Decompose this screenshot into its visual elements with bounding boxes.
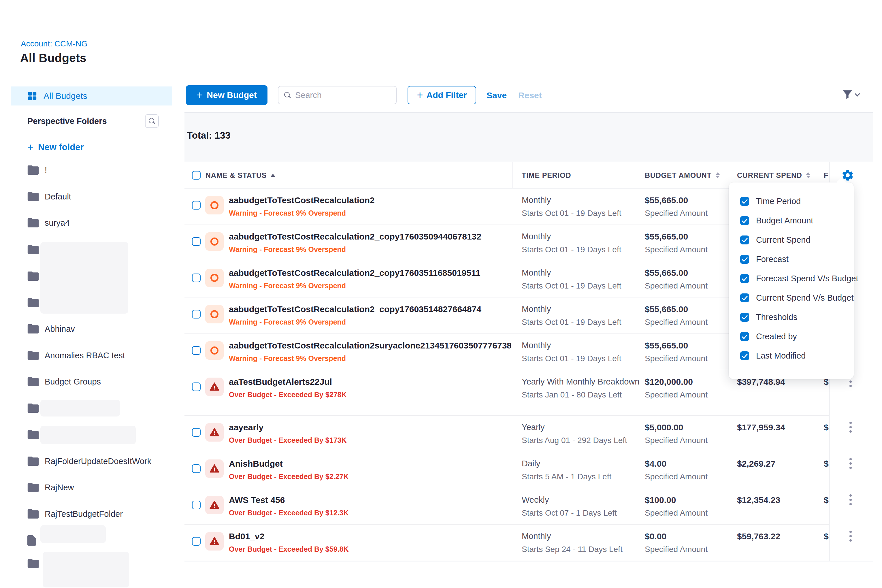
row-checkbox[interactable] [192, 464, 201, 473]
folder-label: Budget Groups [45, 377, 101, 387]
filter-menu-button[interactable] [841, 88, 859, 102]
checked-checkbox[interactable] [740, 332, 749, 341]
col-header-budget-amount[interactable]: BUDGET AMOUNT [645, 162, 720, 189]
col-header-time-period: TIME PERIOD [522, 162, 571, 189]
menu-item-current-vs-budget[interactable]: Current Spend V/s Budget [740, 292, 854, 303]
page-title: All Budgets [20, 51, 87, 65]
row-checkbox[interactable] [192, 310, 201, 318]
folder-icon [27, 404, 39, 413]
total-count: Total: 133 [187, 130, 231, 141]
row-menu-kebab[interactable] [849, 381, 852, 383]
redacted-label-block [40, 242, 128, 314]
checked-checkbox[interactable] [740, 274, 749, 283]
chevron-down-icon [855, 91, 860, 96]
col-header-name-status[interactable]: NAME & STATUS [206, 162, 275, 189]
over-budget-status-icon [205, 496, 224, 514]
folder-icon [27, 351, 39, 360]
folder-item[interactable]: RajFolderUpdateDoesItWork [17, 452, 173, 471]
checked-checkbox[interactable] [740, 216, 749, 225]
row-checkbox[interactable] [192, 501, 201, 509]
sort-asc-icon [271, 174, 275, 177]
add-filter-button[interactable]: + Add Filter [408, 86, 476, 104]
folder-label: ! [45, 165, 47, 175]
new-budget-button[interactable]: + New Budget [186, 86, 267, 105]
sidebar-item-label: All Budgets [44, 91, 87, 101]
table-row[interactable]: AnishBudgetOver Budget - Exceeded By $2.… [184, 452, 873, 488]
folder-item[interactable]: Budget Groups [17, 372, 173, 391]
folder-item[interactable]: surya4 [17, 213, 173, 232]
folder-icon [27, 245, 39, 254]
search-icon [149, 118, 155, 124]
perspective-folders-heading: Perspective Folders [27, 117, 107, 126]
over-budget-status-icon [205, 378, 224, 396]
menu-item-thresholds[interactable]: Thresholds [740, 311, 797, 323]
reset-button[interactable]: Reset [518, 90, 542, 100]
menu-item-budget-amount[interactable]: Budget Amount [740, 215, 813, 226]
menu-item-time-period[interactable]: Time Period [740, 195, 801, 207]
row-menu-kebab[interactable] [849, 462, 852, 465]
folder-label: Abhinav [45, 324, 75, 334]
table-row[interactable]: AWS Test 456Over Budget - Exceeded By $1… [184, 488, 873, 525]
select-all-checkbox[interactable] [192, 171, 201, 180]
table-row[interactable]: Bd01_v2Over Budget - Exceeded By $59.8K … [184, 525, 873, 561]
search-input[interactable] [295, 90, 382, 100]
row-checkbox[interactable] [192, 237, 201, 246]
folder-label: RajNew [45, 483, 74, 492]
row-checkbox[interactable] [192, 201, 201, 210]
menu-item-last-modified[interactable]: Last Modified [740, 350, 806, 362]
table-row[interactable]: aayearlyOver Budget - Exceeded By $173K … [184, 416, 873, 452]
redacted-label-block [40, 400, 120, 417]
grid-icon [27, 91, 37, 101]
checked-checkbox[interactable] [740, 197, 749, 206]
folder-icon [27, 483, 39, 492]
menu-item-forecast[interactable]: Forecast [740, 254, 789, 265]
budget-search-box [278, 86, 397, 104]
folder-icon [27, 192, 39, 201]
new-folder-button[interactable]: + New folder [27, 141, 84, 153]
folder-icon [27, 559, 39, 568]
row-menu-kebab[interactable] [849, 535, 852, 537]
folder-icon [27, 165, 39, 175]
over-budget-status-icon [205, 532, 224, 550]
over-budget-status-icon [205, 459, 224, 478]
checked-checkbox[interactable] [740, 236, 749, 244]
folder-item[interactable]: Abhinav [17, 320, 173, 338]
breadcrumb-account-link[interactable]: Account: CCM-NG [21, 39, 88, 48]
warning-status-icon [205, 341, 224, 360]
row-menu-kebab[interactable] [849, 426, 852, 428]
row-menu-kebab[interactable] [849, 499, 852, 501]
redacted-label-block [43, 552, 129, 587]
toolbar-divider [509, 88, 509, 103]
row-checkbox[interactable] [192, 382, 201, 391]
folder-label: RajFolderUpdateDoesItWork [45, 457, 152, 466]
save-button[interactable]: Save [486, 90, 507, 100]
row-checkbox[interactable] [192, 428, 201, 436]
row-checkbox[interactable] [192, 273, 201, 282]
search-icon [284, 92, 291, 98]
file-icon [27, 535, 36, 546]
menu-item-forecast-vs-budget[interactable]: Forecast Spend V/s Budget [740, 273, 858, 284]
checked-checkbox[interactable] [740, 293, 749, 302]
folder-item[interactable]: RajNew [17, 478, 173, 497]
folder-label: surya4 [45, 218, 70, 228]
checked-checkbox[interactable] [740, 255, 749, 264]
folder-icon [27, 509, 39, 519]
over-budget-status-icon [205, 423, 224, 442]
new-folder-label: New folder [38, 142, 84, 153]
folder-icon [27, 430, 39, 439]
sidebar-item-all-budgets[interactable]: All Budgets [10, 87, 172, 105]
checked-checkbox[interactable] [740, 313, 749, 322]
sort-icon [716, 172, 720, 178]
menu-item-created-by[interactable]: Created by [740, 331, 797, 342]
folder-label: RajTestBudgetFolder [45, 509, 123, 519]
row-checkbox[interactable] [192, 537, 201, 546]
folder-item[interactable]: Anomalies RBAC test [17, 346, 173, 365]
funnel-icon [841, 88, 854, 102]
folder-item[interactable]: ! [17, 160, 173, 180]
folder-item[interactable]: RajTestBudgetFolder [17, 504, 173, 524]
folder-item[interactable]: Default [17, 187, 173, 206]
row-checkbox[interactable] [192, 346, 201, 355]
menu-item-current-spend[interactable]: Current Spend [740, 234, 810, 246]
checked-checkbox[interactable] [740, 351, 749, 360]
folder-search-button[interactable] [145, 114, 159, 128]
